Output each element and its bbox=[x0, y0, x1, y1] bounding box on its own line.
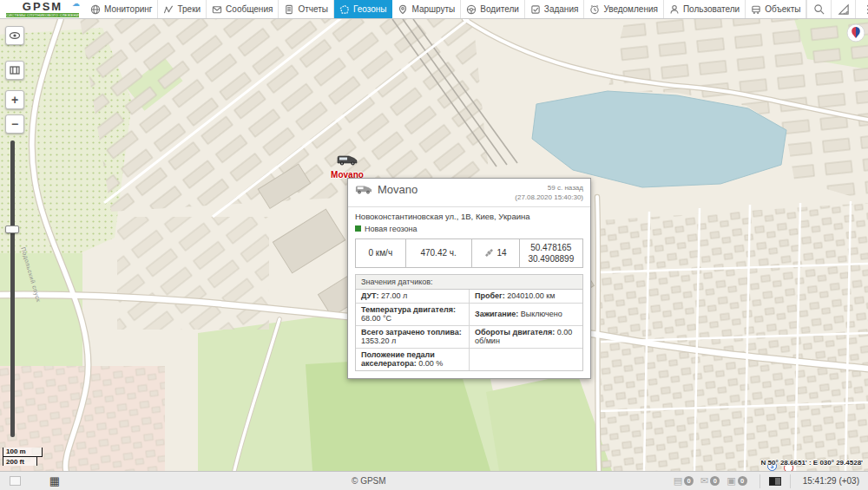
sensors-header: Значения датчиков: bbox=[356, 275, 582, 290]
speed-cell: 0 км/ч bbox=[356, 238, 406, 267]
messages-counter[interactable]: ✉ 0 bbox=[700, 475, 720, 487]
sensor-row: Всего затрачено топлива: 1353.20 л Оборо… bbox=[356, 325, 582, 348]
last-update: 59 с. назад (27.08.2020 15:40:30) bbox=[515, 184, 583, 203]
scale-imperial: 200 ft bbox=[3, 456, 37, 466]
media-badge: 0 bbox=[738, 476, 747, 486]
messages-icon bbox=[212, 4, 222, 15]
contrast-button[interactable] bbox=[766, 474, 785, 488]
status-bar: ▦ © GPSM ▤ 0 ✉ 0 ▣ 0 15:41:29 (+03) bbox=[0, 471, 868, 490]
map-provider-logo[interactable] bbox=[846, 23, 865, 42]
sensors-table: ДУТ: 27.00 л Пробег: 204010.00 км Темпер… bbox=[356, 290, 582, 370]
users-icon bbox=[669, 4, 680, 15]
time-ago: 59 с. назад bbox=[548, 184, 583, 192]
more-icon bbox=[862, 3, 868, 16]
logo-text: GPSM bbox=[23, 1, 62, 12]
sensor-value: Выключено bbox=[518, 310, 562, 318]
zoom-slider-track[interactable] bbox=[10, 140, 15, 437]
sensor-row: Температура двигателя: 68.00 °C Зажигани… bbox=[356, 303, 582, 325]
longitude: 30.4908899 bbox=[528, 254, 574, 264]
unit-popup: Movano 59 с. назад (27.08.2020 15:40:30)… bbox=[347, 178, 591, 379]
panel-icon bbox=[10, 476, 21, 486]
separator bbox=[790, 474, 791, 488]
tab-label: Пользователи bbox=[683, 4, 740, 14]
tab-label: Сообщения bbox=[226, 4, 273, 14]
clock: 15:41:29 (+03) bbox=[796, 476, 868, 486]
zoom-slider-handle[interactable] bbox=[5, 225, 19, 233]
tab-label: Геозоны bbox=[353, 4, 387, 14]
timestamp: (27.08.2020 15:40:30) bbox=[515, 193, 583, 201]
sensor-label: Зажигание: bbox=[475, 310, 518, 318]
events-counter[interactable]: ▤ 0 bbox=[674, 475, 694, 487]
tab-label: Уведомления bbox=[603, 4, 658, 14]
layers-icon bbox=[9, 64, 21, 76]
search-icon bbox=[813, 3, 825, 16]
search-button[interactable] bbox=[806, 0, 831, 18]
grid-icon: ▦ bbox=[49, 475, 60, 487]
zoom-out-button[interactable]: − bbox=[5, 114, 24, 134]
copyright: © GPSM bbox=[64, 476, 674, 486]
satellites-count: 14 bbox=[497, 248, 507, 258]
geofence-row: Новая геозона bbox=[348, 223, 590, 238]
sensor-row: ДУТ: 27.00 л Пробег: 204010.00 км bbox=[356, 290, 582, 304]
tab-tasks[interactable]: Задания bbox=[525, 0, 585, 18]
tab-label: Мониторинг bbox=[104, 4, 152, 14]
app-logo[interactable]: GPSM ☁ СИСТЕМЫ СПУТНИКОВОГО СЛЕЖЕНИЯ bbox=[0, 0, 85, 18]
map-scale: 100 m 200 ft bbox=[3, 448, 43, 466]
sensor-label: Пробег: bbox=[475, 291, 505, 300]
unit-stats-table: 0 км/ч 470.42 ч. 14 bbox=[355, 238, 583, 268]
tab-drivers[interactable]: Водители bbox=[461, 0, 525, 18]
map-viewport[interactable]: Подольский спуск + − 100 m 200 ft N 50° … bbox=[0, 19, 868, 471]
top-navigation: GPSM ☁ СИСТЕМЫ СПУТНИКОВОГО СЛЕЖЕНИЯ Мон… bbox=[0, 0, 868, 19]
vehicle-marker[interactable]: Movano bbox=[325, 154, 370, 180]
engine-hours-cell: 470.42 ч. bbox=[405, 238, 471, 267]
geofences-icon bbox=[339, 4, 350, 15]
unit-address: Новоконстантиновская ул., 1В, Киев, Укра… bbox=[348, 207, 590, 223]
sensor-label: Всего затрачено топлива: bbox=[361, 328, 462, 336]
tab-label: Треки bbox=[177, 4, 201, 14]
cursor-coordinates: N 50° 28.6651' : E 030° 29.4528' bbox=[761, 459, 863, 467]
tab-reports[interactable]: Отчеты bbox=[279, 0, 334, 18]
sensor-label: Обороты двигателя: bbox=[475, 328, 555, 336]
drivers-icon bbox=[466, 4, 477, 15]
tab-monitoring[interactable]: Мониторинг bbox=[85, 0, 158, 18]
sensor-value: 1353.20 л bbox=[361, 336, 396, 345]
tab-tracks[interactable]: Треки bbox=[158, 0, 207, 18]
tab-units[interactable]: Объекты bbox=[746, 0, 806, 18]
zoom-in-button[interactable]: + bbox=[5, 90, 24, 109]
media-counter[interactable]: ▣ 0 bbox=[727, 475, 746, 487]
header-actions bbox=[806, 0, 868, 18]
routes-icon bbox=[398, 4, 408, 15]
tab-messages[interactable]: Сообщения bbox=[207, 0, 279, 18]
tab-notifications[interactable]: Уведомления bbox=[584, 0, 664, 18]
tab-users[interactable]: Пользователи bbox=[664, 0, 746, 18]
measure-icon bbox=[838, 3, 850, 16]
more-button[interactable] bbox=[855, 0, 868, 18]
tab-geofences[interactable]: Геозоны bbox=[334, 0, 393, 18]
reports-icon bbox=[284, 4, 294, 15]
sensor-label: Температура двигателя: bbox=[361, 305, 456, 314]
geofence-color-swatch bbox=[355, 225, 361, 232]
separator bbox=[760, 474, 760, 488]
tab-routes[interactable]: Маршруты bbox=[392, 0, 461, 18]
sensor-label: ДУТ: bbox=[361, 291, 379, 300]
tab-label: Маршруты bbox=[411, 4, 455, 14]
popup-header: Movano 59 с. назад (27.08.2020 15:40:30) bbox=[348, 179, 590, 206]
eye-icon bbox=[9, 29, 21, 42]
panel-toggle-button[interactable] bbox=[5, 474, 24, 488]
tab-label: Объекты bbox=[765, 4, 800, 14]
cloud-icon: ☁ bbox=[72, 0, 80, 8]
sensor-value: 68.00 °C bbox=[361, 314, 391, 323]
visibility-button[interactable] bbox=[5, 26, 24, 45]
van-icon bbox=[336, 154, 358, 167]
globe-icon bbox=[90, 4, 101, 15]
layers-button[interactable] bbox=[5, 61, 24, 80]
dashboard-button[interactable]: ▦ bbox=[45, 474, 64, 488]
tracks-icon bbox=[163, 4, 174, 15]
measure-button[interactable] bbox=[831, 0, 855, 18]
sensor-row: Положение педали акселератора: 0.00 % bbox=[356, 348, 582, 370]
vehicle-icon bbox=[355, 184, 372, 195]
messages-badge: 0 bbox=[710, 476, 720, 486]
satellite-icon bbox=[484, 248, 494, 258]
events-icon: ▤ bbox=[674, 475, 682, 487]
logo-subtitle: СИСТЕМЫ СПУТНИКОВОГО СЛЕЖЕНИЯ bbox=[6, 13, 79, 17]
